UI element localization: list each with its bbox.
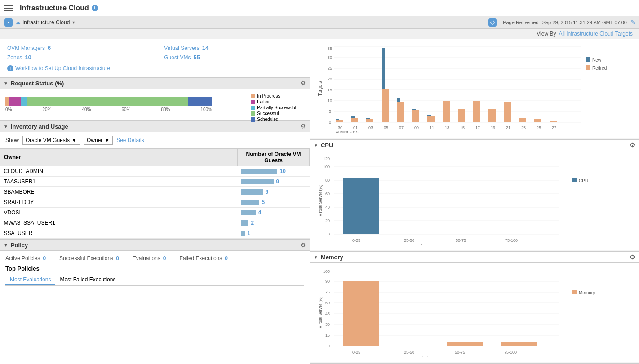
svg-rect-37 (382, 48, 385, 89)
failed-exec-stat: Failed Executions 0 (180, 255, 228, 262)
svg-rect-19 (336, 120, 343, 122)
select-arrow-icon: ▼ (71, 137, 77, 143)
request-status-gear-icon[interactable]: ⚙ (300, 80, 306, 87)
policy-tab[interactable]: Most Evaluations (5, 275, 55, 285)
evaluations-label: Evaluations (133, 255, 160, 262)
cpu-collapse-icon[interactable]: ▼ (314, 143, 318, 148)
targets-chart-svg: Targets 0 5 10 15 20 25 30 35 (316, 44, 613, 133)
view-by-value[interactable]: All Infrastructure Cloud Targets (559, 31, 633, 37)
svg-text:25-50: 25-50 (404, 238, 414, 243)
inventory-gear-icon[interactable]: ⚙ (300, 123, 306, 130)
nav-button[interactable] (4, 18, 13, 27)
request-status-header: ▼ Request Status (%) ⚙ (0, 77, 310, 89)
page-title: Infrastructure Cloud i (20, 4, 98, 12)
summary-left: OVM Managers 6 Zones 10 i Workflow to Se… (7, 44, 110, 71)
info-icon[interactable]: i (92, 5, 98, 11)
hamburger-button[interactable] (4, 2, 16, 14)
svg-text:Memory (%): Memory (%) (406, 356, 428, 357)
show-select[interactable]: Oracle VM Guests ▼ (22, 136, 80, 145)
memory-chart-header: ▼ Memory ⚙ (310, 251, 639, 263)
guest-vms-item: Guest VMs 55 (164, 54, 209, 61)
svg-text:30: 30 (328, 55, 332, 60)
svg-rect-34 (336, 119, 339, 120)
workflow-info-icon: i (7, 65, 13, 71)
request-status-section: 0% 20% 40% 60% 80% 100% In Progress Fail… (0, 89, 310, 120)
failed-exec-value[interactable]: 0 (225, 255, 228, 262)
bar-labels: 0% 20% 40% 60% 80% 100% (5, 107, 212, 112)
inventory-collapse-icon[interactable]: ▼ (4, 124, 8, 129)
table-row: SRAREDDY 5 (0, 197, 310, 208)
evaluations-value[interactable]: 0 (163, 255, 166, 262)
zones-value[interactable]: 10 (25, 54, 31, 61)
policy-stats: Active Policies 0 Successful Executions … (5, 255, 304, 262)
svg-text:120: 120 (323, 156, 330, 161)
collapse-arrow-icon[interactable]: ▼ (4, 81, 8, 86)
svg-rect-25 (427, 116, 435, 122)
group-by-select[interactable]: Owner ▼ (84, 136, 113, 145)
svg-text:105: 105 (323, 269, 330, 274)
cpu-chart-area: Virtual Server (%) 0 20 40 60 80 100 120 (310, 151, 639, 250)
memory-gear-icon[interactable]: ⚙ (630, 253, 635, 261)
active-policies-stat: Active Policies 0 (5, 255, 46, 262)
policy-collapse-icon[interactable]: ▼ (4, 243, 8, 248)
guest-vms-value[interactable]: 55 (194, 54, 200, 61)
table-row: CLOUD_ADMIN 10 (0, 166, 310, 177)
ovm-managers-value[interactable]: 6 (48, 44, 51, 51)
svg-rect-21 (366, 119, 373, 122)
svg-text:21: 21 (506, 125, 510, 130)
svg-text:75-100: 75-100 (505, 238, 518, 243)
breadcrumb[interactable]: ☁ Infrastructure Cloud ▼ (15, 19, 75, 26)
edit-icon[interactable]: ✎ (630, 19, 635, 26)
bar-segment-successful (27, 97, 188, 106)
svg-text:New: New (592, 58, 602, 62)
active-policies-value[interactable]: 0 (43, 255, 46, 262)
owner-cell: TAASUSER1 (0, 177, 238, 187)
workflow-link[interactable]: i Workflow to Set Up Cloud Infrastructur… (7, 65, 110, 71)
owner-cell: MWAS_SSA_USER1 (0, 218, 238, 228)
svg-text:10: 10 (328, 98, 332, 103)
owner-cell: SSA_USER (0, 228, 238, 239)
svg-text:100: 100 (323, 164, 330, 169)
top-policies-title: Top Policies (5, 265, 304, 272)
zones-item: Zones 10 (7, 54, 110, 61)
svg-text:75-100: 75-100 (504, 350, 517, 355)
table-row: SBAMBORE 6 (0, 187, 310, 197)
stacked-bar (5, 97, 212, 106)
svg-rect-100 (447, 342, 483, 346)
svg-rect-107 (572, 290, 577, 294)
memory-chart-area: Virtual Server (%) 0 15 30 45 60 75 90 1… (310, 263, 639, 362)
targets-chart-area: Targets 0 5 10 15 20 25 30 35 (310, 39, 639, 138)
refresh-button[interactable] (488, 18, 497, 27)
bar-segment-scheduled (188, 97, 212, 106)
svg-rect-35 (351, 116, 355, 118)
svg-marker-0 (8, 21, 9, 24)
svg-text:August 2015: August 2015 (336, 130, 359, 133)
successful-exec-value[interactable]: 0 (116, 255, 119, 262)
zones-label: Zones (7, 54, 22, 61)
ovm-managers-item: OVM Managers 6 (7, 44, 110, 51)
policy-tab[interactable]: Most Failed Executions (55, 275, 120, 285)
table-row: TAASUSER1 9 (0, 177, 310, 187)
memory-collapse-icon[interactable]: ▼ (314, 255, 318, 260)
svg-text:19: 19 (491, 125, 495, 130)
svg-rect-39 (412, 109, 416, 110)
svg-text:60: 60 (325, 191, 330, 196)
bar-segment-failed (9, 97, 21, 106)
svg-text:30: 30 (325, 322, 330, 327)
cpu-gear-icon[interactable]: ⚙ (630, 142, 635, 149)
page-refreshed-value: Sep 29, 2015 11:31:29 AM GMT-07:00 (542, 20, 627, 25)
successful-exec-label: Successful Executions (59, 255, 113, 262)
virtual-servers-value[interactable]: 14 (202, 44, 209, 51)
svg-text:0: 0 (328, 232, 330, 236)
targets-chart-section: Targets 0 5 10 15 20 25 30 35 (310, 39, 639, 138)
show-label: Show (5, 137, 19, 143)
summary-right: Virtual Servers 14 Guest VMs 55 (164, 44, 209, 71)
inventory-controls: Show Oracle VM Guests ▼ Owner ▼ See Deta… (0, 132, 310, 148)
svg-text:23: 23 (521, 125, 526, 130)
svg-rect-26 (443, 101, 450, 122)
main-container: OVM Managers 6 Zones 10 i Workflow to Se… (0, 39, 639, 364)
svg-text:20: 20 (328, 77, 332, 81)
guest-vms-label: Guest VMs (164, 54, 191, 61)
policy-gear-icon[interactable]: ⚙ (300, 241, 306, 249)
see-details-link[interactable]: See Details (116, 137, 144, 143)
